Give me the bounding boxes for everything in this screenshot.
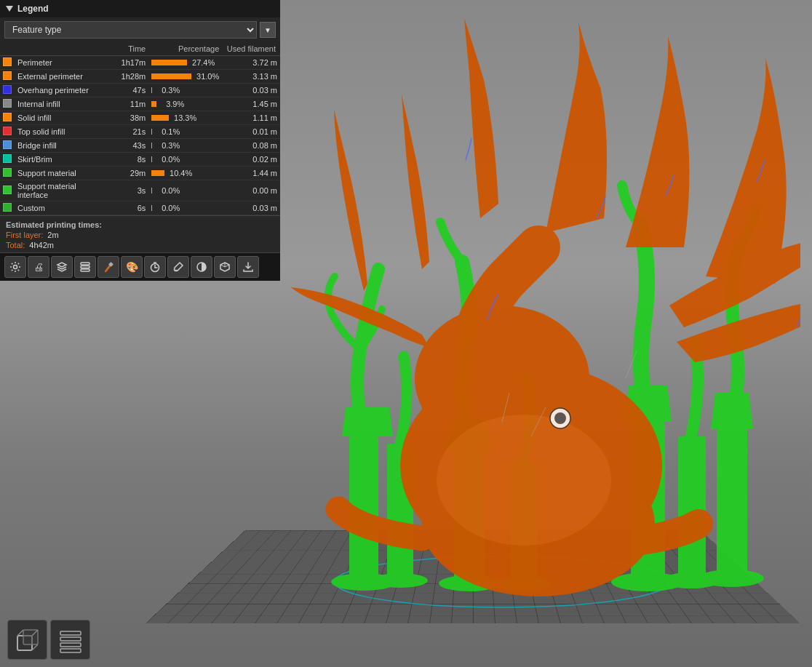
row-color-swatch	[0, 180, 15, 201]
row-percentage: 13.3%	[148, 111, 222, 125]
row-length: 0.03 m	[222, 201, 280, 215]
svg-rect-29	[81, 269, 89, 271]
row-color-swatch	[0, 97, 15, 111]
row-feature-name: Custom	[15, 201, 108, 215]
row-percentage: 0.3%	[148, 139, 222, 153]
row-time: 29m	[108, 167, 148, 180]
svg-line-36	[220, 265, 225, 267]
row-time: 3s	[108, 180, 148, 201]
row-percentage: 0.0%	[148, 201, 222, 215]
row-color-swatch	[0, 111, 15, 125]
legend-table: Time Percentage Used filament Perimeter …	[0, 42, 280, 215]
row-color-swatch	[0, 153, 15, 167]
row-feature-name: Support material	[15, 167, 108, 180]
layers-tool-button[interactable]	[51, 256, 73, 278]
row-length: 3.72 m	[222, 56, 280, 70]
svg-point-23	[437, 415, 611, 546]
row-color-swatch	[0, 84, 15, 97]
row-length: 0.01 m	[222, 125, 280, 139]
row-color-swatch	[0, 125, 15, 139]
svg-rect-28	[81, 266, 89, 268]
row-length: 1.45 m	[222, 97, 280, 111]
legend-table-row: External perimeter 1h28m 31.0% 3.13 m	[0, 70, 280, 84]
row-time: 43s	[108, 139, 148, 153]
printer-tool-button[interactable]: 🖨	[28, 256, 49, 278]
row-length: 0.03 m	[222, 84, 280, 97]
feature-type-select[interactable]: Feature type	[4, 21, 257, 39]
legend-table-row: Perimeter 1h17m 27.4% 3.72 m	[0, 56, 280, 70]
layers-view-button[interactable]	[50, 620, 90, 660]
pct-col-header: Percentage	[148, 42, 222, 56]
row-color-swatch	[0, 70, 15, 84]
svg-line-35	[225, 265, 229, 267]
row-time: 6s	[108, 201, 148, 215]
legend-table-row: Skirt/Brim 8s 0.0% 0.02 m	[0, 153, 280, 167]
legend-table-row: Top solid infill 21s 0.1% 0.01 m	[0, 125, 280, 139]
row-feature-name: Top solid infill	[15, 125, 108, 139]
svg-rect-17	[717, 429, 747, 578]
legend-table-row: Internal infill 11m 3.9% 1.45 m	[0, 97, 280, 111]
row-length: 0.02 m	[222, 153, 280, 167]
row-percentage: 0.3%	[148, 84, 222, 97]
legend-table-row: Solid infill 38m 13.3% 1.11 m	[0, 111, 280, 125]
svg-line-41	[32, 644, 38, 650]
row-length: 1.11 m	[222, 111, 280, 125]
row-color-swatch	[0, 167, 15, 180]
legend-header: Legend	[0, 0, 280, 17]
legend-panel: Legend Feature type ▼ Time Percentage Us…	[0, 0, 280, 281]
legend-table-row: Support material 29m 10.4% 1.44 m	[0, 167, 280, 180]
svg-rect-15	[678, 436, 706, 580]
3d-view-button[interactable]	[7, 620, 47, 660]
estimated-label: Estimated printing times:	[6, 220, 274, 229]
contrast-tool-button[interactable]	[191, 256, 212, 278]
svg-point-25	[554, 412, 566, 424]
collapse-triangle-icon	[6, 6, 13, 12]
row-feature-name: Bridge infill	[15, 139, 108, 153]
svg-rect-27	[81, 263, 89, 265]
row-percentage: 27.4%	[148, 56, 222, 70]
cube-tool-button[interactable]	[214, 256, 236, 278]
paint-tool-button[interactable]	[97, 256, 119, 278]
svg-rect-43	[60, 637, 81, 641]
model-container	[276, 15, 800, 618]
stack-tool-button[interactable]	[74, 256, 96, 278]
legend-table-row: Support material interface 3s 0.0% 0.00 …	[0, 180, 280, 201]
row-length: 1.44 m	[222, 167, 280, 180]
svg-line-39	[17, 630, 23, 636]
row-length: 0.00 m	[222, 180, 280, 201]
row-time: 21s	[108, 125, 148, 139]
legend-table-row: Custom 6s 0.0% 0.03 m	[0, 201, 280, 215]
toolbar: 🖨 🎨	[0, 252, 280, 281]
total-value: 4h42m	[29, 241, 54, 249]
filament-col-header: Used filament	[222, 42, 280, 56]
download-tool-button[interactable]	[237, 256, 259, 278]
legend-table-row: Bridge infill 43s 0.3% 0.08 m	[0, 139, 280, 153]
settings-tool-button[interactable]	[4, 256, 26, 278]
row-feature-name: Perimeter	[15, 56, 108, 70]
row-time: 38m	[108, 111, 148, 125]
row-feature-name: Support material interface	[15, 180, 108, 201]
row-time: 1h28m	[108, 70, 148, 84]
row-color-swatch	[0, 56, 15, 70]
print-times-section: Estimated printing times: First layer: 2…	[0, 215, 280, 252]
svg-rect-45	[60, 649, 81, 652]
first-layer-value: 2m	[47, 231, 58, 239]
time-col-header: Time	[108, 42, 148, 56]
brush-tool-button[interactable]	[167, 256, 189, 278]
first-layer-label: First layer:	[6, 231, 43, 239]
row-color-swatch	[0, 201, 15, 215]
legend-title: Legend	[17, 4, 49, 14]
row-color-swatch	[0, 139, 15, 153]
name-col-header	[15, 42, 108, 56]
row-time: 1h17m	[108, 56, 148, 70]
feature-dropdown-button[interactable]: ▼	[260, 22, 276, 38]
svg-rect-42	[60, 631, 81, 635]
row-feature-name: Overhang perimeter	[15, 84, 108, 97]
svg-point-26	[14, 265, 17, 269]
row-feature-name: External perimeter	[15, 70, 108, 84]
row-feature-name: Solid infill	[15, 111, 108, 125]
row-time: 11m	[108, 97, 148, 111]
timer-tool-button[interactable]	[144, 256, 166, 278]
row-percentage: 31.0%	[148, 70, 222, 84]
palette-tool-button[interactable]: 🎨	[121, 256, 143, 278]
